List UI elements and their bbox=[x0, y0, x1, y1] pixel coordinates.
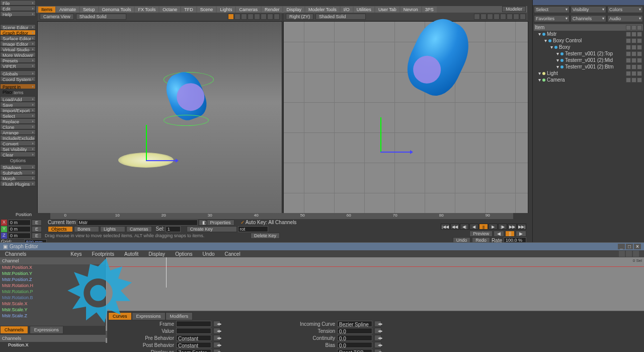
ge-channels-menu[interactable]: Channels bbox=[2, 251, 29, 257]
playfwd-icon[interactable]: ▶ bbox=[516, 231, 526, 237]
channels-dd[interactable]: Channels bbox=[571, 15, 606, 22]
prop-field[interactable]: 0.0 bbox=[337, 328, 372, 334]
maximize-icon[interactable]: □ bbox=[626, 244, 633, 249]
ge-curves-tab[interactable]: Curves bbox=[108, 312, 132, 320]
select-btn[interactable]: Select bbox=[0, 113, 36, 118]
ge-expressions-tab[interactable]: Expressions bbox=[30, 326, 63, 334]
ge-keys-menu[interactable]: Keys bbox=[67, 251, 85, 257]
stepfwd-icon[interactable]: |▶ bbox=[498, 224, 507, 230]
ge-channel-row[interactable]: Mstr.Position.Z bbox=[0, 276, 105, 283]
ge-undo-btn[interactable]: Undo bbox=[200, 251, 218, 257]
next-icon[interactable]: ▶▶ bbox=[508, 224, 517, 230]
close-icon[interactable]: × bbox=[634, 244, 641, 249]
createkey-mode[interactable]: rot bbox=[238, 226, 268, 232]
e-btn[interactable]: E bbox=[32, 233, 42, 239]
presets-btn[interactable]: Presets bbox=[0, 57, 36, 63]
prop-field[interactable] bbox=[176, 321, 211, 327]
tab-io[interactable]: I/O bbox=[341, 7, 353, 13]
cameras-btn[interactable]: Cameras bbox=[126, 226, 152, 232]
spinner-icon[interactable]: ◂▸ bbox=[213, 328, 220, 334]
rotation-ring[interactable] bbox=[164, 115, 209, 126]
clone-btn[interactable]: Clone bbox=[0, 124, 36, 129]
subpatch-btn[interactable]: SubPatch bbox=[0, 170, 36, 175]
favorites-dd[interactable]: Favorites bbox=[534, 15, 570, 22]
tab-octane[interactable]: Octane bbox=[159, 7, 180, 13]
prop-field[interactable]: Zoom Factor bbox=[176, 349, 211, 352]
tree-item[interactable]: ▾Mstr bbox=[534, 31, 643, 37]
e-btn[interactable]: E bbox=[32, 226, 42, 232]
vp-icon[interactable] bbox=[261, 14, 267, 20]
x-axis-gizmo[interactable] bbox=[146, 160, 176, 161]
ge-channel-row[interactable]: Mstr.Position.Y bbox=[0, 270, 105, 276]
vp-icon[interactable] bbox=[274, 14, 280, 20]
deletekey-btn[interactable]: Delete Key bbox=[251, 233, 280, 239]
ge-channel-row[interactable]: Mstr.Rotation.P bbox=[0, 289, 105, 295]
spinner-icon[interactable]: ◂▸ bbox=[213, 342, 220, 348]
viewport-right-view[interactable]: Right (ZY) bbox=[286, 14, 313, 20]
scene-editor-btn[interactable]: Scene Editor bbox=[0, 24, 36, 30]
arrange-btn[interactable]: Arrange bbox=[0, 129, 36, 135]
tree-item[interactable]: ▾Boxy bbox=[534, 44, 643, 50]
vp-icon[interactable] bbox=[228, 14, 234, 20]
minimize-icon[interactable]: _ bbox=[618, 244, 625, 249]
surface-editor-btn[interactable]: Surface Editor bbox=[0, 35, 36, 41]
autokey-label[interactable]: Auto Key: All Channels bbox=[246, 220, 297, 225]
edit-menu[interactable]: Edit bbox=[0, 6, 36, 11]
createkey-btn[interactable]: Create Key bbox=[187, 226, 237, 232]
tab-scene[interactable]: Scene bbox=[197, 7, 216, 13]
spinner-icon[interactable]: ◂▸ bbox=[374, 328, 381, 334]
end-icon[interactable]: ▶▶| bbox=[517, 224, 526, 230]
ge-display-menu[interactable]: Display bbox=[145, 251, 168, 257]
properties-icon[interactable]: ◧ bbox=[199, 220, 206, 226]
prop-field[interactable]: Constant bbox=[176, 342, 211, 348]
spinner-icon[interactable]: ◂▸ bbox=[374, 342, 381, 348]
prop-field[interactable]: Bezier Spline bbox=[337, 321, 372, 327]
z-coord[interactable]: 0 m bbox=[8, 233, 31, 239]
playback-icon[interactable]: ◀ bbox=[469, 224, 478, 230]
ge-channel-row[interactable]: Mstr.Scale.Z bbox=[0, 313, 105, 319]
colors-dd[interactable]: Colors bbox=[607, 6, 643, 13]
ge-modifiers-tab[interactable]: Modifiers bbox=[166, 312, 193, 320]
viper-btn[interactable]: VIPER bbox=[0, 63, 36, 68]
ge-channel-row[interactable]: Mstr.Scale.Y bbox=[0, 307, 105, 313]
vp-icon[interactable] bbox=[480, 14, 487, 20]
pauseprev-icon[interactable]: || bbox=[505, 231, 515, 237]
vp-icon[interactable] bbox=[474, 14, 480, 20]
bones-btn[interactable]: Bones bbox=[74, 226, 99, 232]
properties-btn[interactable]: Properties bbox=[207, 220, 234, 226]
objects-btn[interactable]: Objects bbox=[48, 226, 73, 232]
spinner-icon[interactable]: ◂▸ bbox=[374, 321, 381, 327]
viewport-left-shade[interactable]: Shaded Solid bbox=[76, 14, 126, 20]
tab-genoma[interactable]: Genoma Tools bbox=[99, 7, 134, 13]
ge-channel-row[interactable]: Mstr.Rotation.H bbox=[0, 283, 105, 289]
tree-item[interactable]: ▾Testerrr_v001 (2):Top bbox=[534, 50, 643, 57]
preview-btn[interactable]: Preview bbox=[469, 231, 493, 237]
vp-icon[interactable] bbox=[487, 14, 493, 20]
spinner-icon[interactable]: ◂▸ bbox=[213, 321, 220, 327]
pause-icon[interactable]: || bbox=[479, 224, 488, 230]
vp-icon[interactable] bbox=[267, 14, 273, 20]
file-menu[interactable]: File bbox=[0, 0, 36, 6]
y-axis-gizmo[interactable] bbox=[146, 125, 147, 160]
tree-item[interactable]: ▾Light bbox=[534, 70, 643, 77]
x-axis-gizmo[interactable] bbox=[380, 152, 411, 153]
coord-system-btn[interactable]: Coord System bbox=[0, 76, 36, 82]
viewport-right[interactable]: Right (ZY) Shaded Solid bbox=[283, 21, 528, 225]
ge-channels-tab[interactable]: Channels bbox=[0, 326, 28, 334]
ge-cancel-btn[interactable]: Cancel bbox=[222, 251, 244, 257]
spinner-icon[interactable]: ◂▸ bbox=[374, 335, 381, 341]
flushplugins-btn[interactable]: Flush Plugins bbox=[0, 181, 36, 186]
tree-item[interactable]: ▾Testerrr_v001 (2):Btm bbox=[534, 63, 643, 70]
prop-field[interactable]: 0.0 bbox=[337, 342, 372, 348]
clear-btn[interactable]: Clear bbox=[0, 152, 36, 157]
parent-in-place-btn[interactable]: Parent in Place bbox=[0, 84, 36, 89]
col-icon[interactable] bbox=[631, 25, 636, 30]
morph-btn[interactable]: Morph bbox=[0, 175, 36, 181]
viewport-left-view[interactable]: Camera View bbox=[40, 14, 74, 20]
tree-item[interactable]: ▾Testerrr_v001 (2):Mid bbox=[534, 57, 643, 63]
ge-channel-row[interactable]: Mstr.Rotation.B bbox=[0, 295, 105, 301]
audio-dd[interactable]: Audio bbox=[607, 15, 643, 22]
x-coord[interactable]: 0 m bbox=[8, 220, 31, 226]
ge-footprints-menu[interactable]: Footprints bbox=[89, 251, 117, 257]
tab-fxtools[interactable]: FX Tools bbox=[135, 7, 158, 13]
